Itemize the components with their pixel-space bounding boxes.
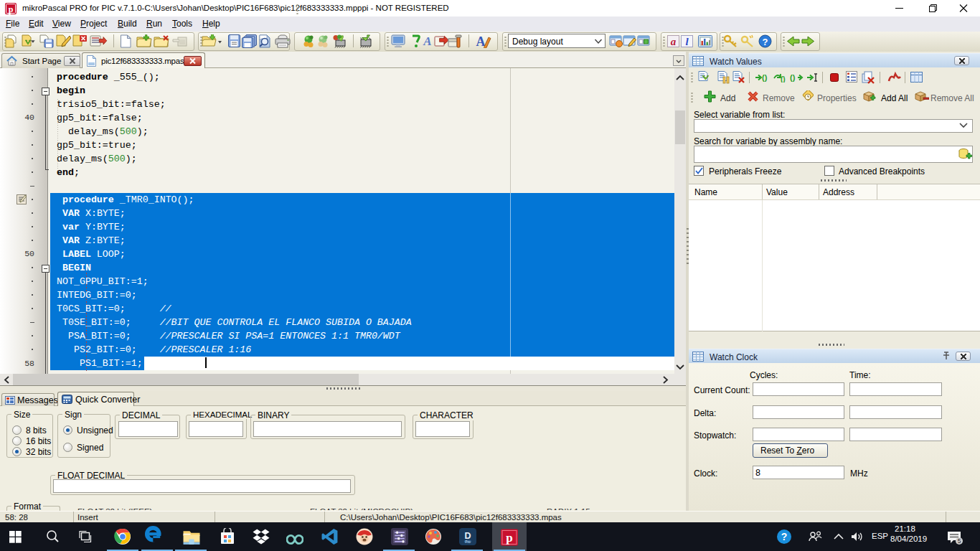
svg-text:?: ? bbox=[763, 37, 768, 47]
svg-text:(): () bbox=[790, 73, 796, 82]
svg-text:(): () bbox=[762, 73, 768, 82]
svg-text:(): () bbox=[781, 75, 786, 83]
svg-text:5: 5 bbox=[958, 537, 961, 545]
svg-text:A: A bbox=[476, 34, 486, 48]
svg-text:a: a bbox=[671, 36, 677, 47]
svg-text:p: p bbox=[9, 4, 14, 14]
svg-text:Pro: Pro bbox=[465, 540, 471, 544]
svg-text:A: A bbox=[423, 34, 431, 48]
svg-text:p: p bbox=[506, 531, 512, 545]
svg-text:?: ? bbox=[781, 531, 788, 542]
